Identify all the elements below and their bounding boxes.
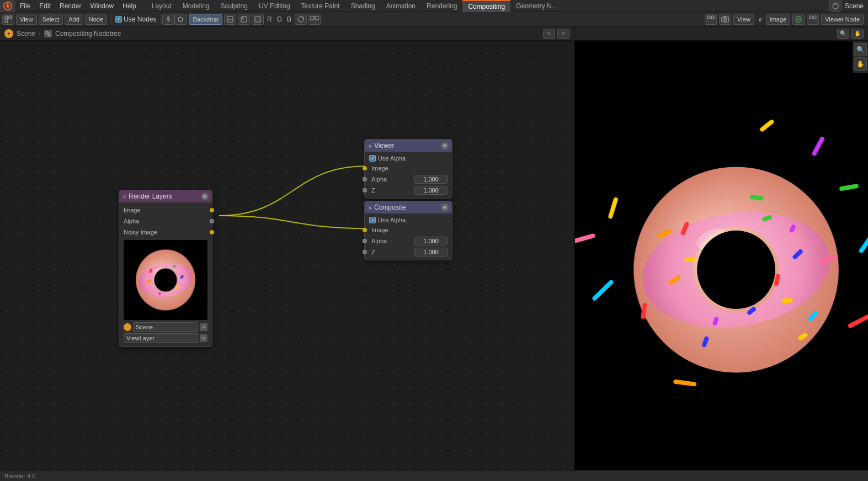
viewer-node-btn[interactable]: Viewer Node (821, 14, 864, 25)
panel-search-icon[interactable]: 🔍 (854, 43, 867, 56)
viewer-image-row: Image (365, 163, 452, 174)
right-editor-type-icon[interactable] (705, 14, 717, 25)
right-image-btn[interactable]: Image (766, 14, 791, 25)
viewer-z-socket[interactable] (363, 188, 367, 193)
compositor-settings-icon[interactable] (308, 14, 321, 25)
node-editor[interactable]: ∨ Render Layers Image Alpha Noisy Image (0, 41, 574, 481)
node-render-layers[interactable]: ∨ Render Layers Image Alpha Noisy Image (119, 190, 212, 347)
composite-z-socket[interactable] (363, 250, 367, 254)
panel-hand-icon[interactable]: ✋ (854, 57, 867, 71)
viewer-z-label: Z (371, 187, 412, 194)
viewer-z-value[interactable]: 1.000 (414, 186, 448, 195)
menu-file[interactable]: File (15, 0, 35, 12)
menu-help[interactable]: Help (118, 0, 141, 12)
backdrop-img2-icon[interactable] (238, 14, 250, 25)
node-menu-btn[interactable]: Node (85, 14, 107, 25)
composite-image-socket[interactable] (363, 228, 367, 232)
svg-rect-24 (724, 16, 726, 17)
tab-sculpting[interactable]: Sculpting (215, 0, 253, 12)
composite-image-label: Image (371, 227, 388, 233)
render-layers-viewlayer-refresh-btn[interactable]: ⟳ (200, 334, 207, 342)
render-layers-collapse-icon[interactable]: ∨ (123, 194, 126, 200)
tab-shading[interactable]: Shading (345, 0, 381, 12)
composite-z-value[interactable]: 1.000 (414, 248, 448, 256)
viewer-use-alpha-checkbox[interactable]: ✓ (369, 155, 376, 162)
menu-window[interactable]: Window (86, 0, 118, 12)
svg-rect-7 (5, 20, 8, 23)
svg-point-37 (125, 325, 130, 329)
svg-rect-6 (9, 16, 12, 19)
tab-compositing[interactable]: Compositing (462, 0, 510, 12)
viewer-image-socket[interactable] (363, 166, 367, 170)
composite-alpha-row: Alpha 1.000 (365, 236, 452, 247)
breadcrumb-expand-btn[interactable]: > (557, 29, 569, 39)
tab-rendering[interactable]: Rendering (421, 0, 462, 12)
breadcrumb-collapse-btn[interactable]: < (543, 29, 555, 39)
render-layers-viewlayer-value: ViewLayer (126, 335, 155, 341)
viewer-alpha-value[interactable]: 1.000 (414, 175, 448, 184)
render-layers-alpha-socket[interactable] (210, 219, 214, 223)
tab-uv-editing[interactable]: UV Editing (253, 0, 296, 12)
scene-selector-icon[interactable] (829, 1, 842, 12)
render-layers-scene-x-btn[interactable]: ✕ (200, 323, 207, 331)
right-colorspace-icon[interactable] (792, 14, 805, 25)
composite-use-alpha-checkbox[interactable]: ✓ (369, 217, 376, 223)
svg-rect-32 (48, 34, 50, 36)
svg-rect-21 (711, 16, 714, 19)
tab-layout[interactable]: Layout (146, 0, 177, 12)
backdrop-img1-icon[interactable] (224, 14, 236, 25)
menu-edit[interactable]: Edit (35, 0, 55, 12)
use-nodes-checkbox[interactable]: ✓ (115, 16, 122, 23)
toolbar-right: View ∨ Image Viewer Node (705, 12, 868, 26)
render-layers-scene-icon (124, 323, 131, 331)
viewer-use-alpha-label: Use Alpha (378, 155, 406, 162)
render-layers-noisy-label: Noisy Image (124, 229, 157, 236)
svg-point-9 (178, 17, 183, 22)
composite-alpha-value[interactable]: 1.000 (414, 237, 448, 245)
render-layers-header: ∨ Render Layers (119, 190, 212, 202)
viewer-alpha-socket[interactable] (363, 177, 367, 181)
node-viewer[interactable]: ∨ Viewer ✓ Use Alpha Image Alpha 1.000 (364, 139, 452, 199)
render-layers-close-btn[interactable] (201, 193, 209, 200)
panel-side-icons: 🔍 ✋ (853, 41, 868, 73)
right-hand-icon[interactable]: ✋ (851, 29, 864, 39)
add-menu-btn[interactable]: Add (65, 14, 83, 25)
render-layers-image-label: Image (124, 207, 141, 213)
composite-close-btn[interactable] (441, 204, 449, 211)
tab-geometry-nodes[interactable]: Geometry N… (510, 0, 564, 12)
editor-type-icon[interactable] (2, 14, 14, 25)
tab-animation[interactable]: Animation (381, 0, 421, 12)
render-layers-noisy-socket[interactable] (210, 230, 214, 234)
backdrop-btn[interactable]: Backdrop (189, 14, 222, 25)
rgb-r-label: R (265, 15, 274, 23)
right-view-sep: ∨ (757, 15, 764, 23)
viewer-collapse-icon[interactable]: ∨ (368, 143, 372, 149)
snap-icon[interactable] (174, 14, 187, 25)
tab-modeling[interactable]: Modeling (177, 0, 215, 12)
backdrop-img3-icon[interactable] (252, 14, 264, 25)
render-layers-scene-row: Scene ✕ (124, 322, 207, 332)
composite-collapse-icon[interactable]: ∨ (368, 205, 372, 211)
render-layers-viewlayer-dropdown[interactable]: ViewLayer (124, 333, 198, 343)
right-view-btn[interactable]: View (733, 14, 754, 25)
composite-alpha-socket[interactable] (363, 239, 367, 243)
menu-render[interactable]: Render (55, 0, 86, 12)
select-menu-btn[interactable]: Select (39, 14, 63, 25)
tab-texture-paint[interactable]: Texture Paint (296, 0, 345, 12)
viewer-close-btn[interactable] (441, 142, 449, 149)
pin-icon[interactable] (162, 14, 174, 25)
breadcrumb-scene: Scene (17, 30, 35, 38)
right-compositor-icon[interactable] (807, 14, 819, 25)
render-layers-scene-dropdown[interactable]: Scene (133, 322, 198, 332)
breadcrumb-nodetree: Compositing Nodetree (55, 30, 121, 38)
node-composite[interactable]: ∨ Composite ✓ Use Alpha Image Alpha 1.00… (364, 201, 452, 260)
view-menu-btn[interactable]: View (16, 14, 37, 25)
svg-rect-20 (707, 16, 710, 19)
color-settings-icon[interactable] (295, 14, 307, 25)
blender-logo-icon[interactable] (0, 0, 15, 12)
right-camera-icon[interactable] (719, 14, 731, 25)
node-wires (0, 41, 574, 481)
composite-body: ✓ Use Alpha Image Alpha 1.000 Z 1.000 (365, 213, 452, 260)
right-search-icon[interactable]: 🔍 (837, 29, 849, 39)
render-layers-image-socket[interactable] (210, 208, 214, 212)
